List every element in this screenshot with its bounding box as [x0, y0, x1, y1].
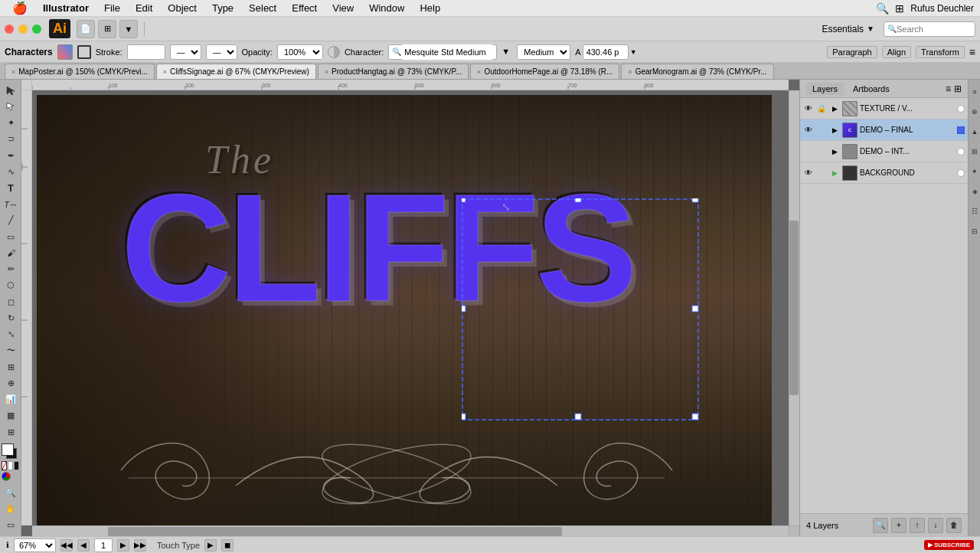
layers-search-btn[interactable]: 🔍 [873, 518, 888, 533]
tab-layers[interactable]: Layers [806, 83, 844, 95]
nav-fwd-btn[interactable]: ▶ [117, 539, 129, 551]
tab-0[interactable]: × MapPoster.ai @ 150% (CMYK/Previ... [5, 64, 155, 79]
layers-collect-in-new-btn[interactable]: ↓ [928, 518, 943, 533]
workspace-dropdown-icon[interactable]: ▼ [867, 25, 874, 33]
hand-tool[interactable]: ✋ [2, 502, 20, 517]
mesh-tool[interactable]: ⊞ [2, 424, 20, 440]
curvature-tool[interactable]: ∿ [2, 164, 20, 179]
search-icon[interactable]: 🔍 [876, 2, 889, 15]
tab-close-2[interactable]: × [325, 68, 328, 76]
rectangle-tool[interactable]: ▭ [2, 229, 20, 244]
nav-back-btn[interactable]: ◀ [77, 539, 90, 551]
subscribe-badge[interactable]: ▶ SUBSCRIBE [924, 540, 974, 550]
minimize-button[interactable] [18, 25, 28, 34]
opacity-select[interactable]: 100% [277, 44, 323, 60]
view-mode-btn[interactable]: ⊞ [98, 20, 116, 38]
font-input[interactable] [401, 44, 493, 60]
scrollbar-thumb-v[interactable] [789, 221, 799, 394]
canvas-area[interactable]: 100 200 300 400 500 600 700 800 [21, 80, 799, 536]
right-tool-6[interactable]: ◈ [969, 182, 980, 201]
layer-expand-0[interactable]: ▶ [829, 103, 840, 114]
mode-play-btn[interactable]: ▶ [204, 539, 217, 551]
right-tool-2[interactable]: ⊕ [969, 103, 980, 121]
touch-type-tool[interactable]: T↔ [2, 197, 20, 212]
menu-view[interactable]: View [326, 1, 360, 15]
layers-panel-expand-icon[interactable]: ⊞ [954, 83, 962, 94]
paragraph-btn[interactable]: Paragraph [827, 46, 877, 58]
menu-effect[interactable]: Effect [286, 1, 323, 15]
layers-make-clipping-mask-btn[interactable]: ↑ [910, 518, 925, 533]
white-swatch[interactable] [8, 461, 13, 470]
zoom-select[interactable]: 67% 100% 150% [14, 538, 56, 552]
menu-type[interactable]: Type [206, 1, 240, 15]
layer-expand-2[interactable]: ▶ [829, 146, 840, 157]
layer-row-background[interactable]: 👁 🔒 ▶ BACKGROUND [800, 162, 968, 184]
font-dropdown-icon[interactable]: ▼ [501, 47, 512, 57]
control-center-icon[interactable]: ⊞ [895, 2, 904, 15]
shape-builder-tool[interactable]: ⊕ [2, 375, 20, 391]
menu-help[interactable]: Help [413, 1, 446, 15]
none-fill[interactable] [2, 461, 7, 470]
pencil-tool[interactable]: ✏ [2, 262, 20, 277]
layer-lock-2[interactable]: 🔒 [816, 146, 827, 157]
color-mode-btn[interactable] [2, 472, 11, 481]
rotate-tool[interactable]: ↻ [2, 310, 20, 326]
right-tool-5[interactable]: ✦ [969, 162, 980, 181]
mode-stop-btn[interactable]: ◼ [221, 539, 234, 551]
line-tool[interactable]: ╱ [2, 213, 20, 228]
magic-wand-tool[interactable]: ✦ [2, 115, 20, 130]
artboard-num-input[interactable] [94, 538, 113, 552]
tab-2[interactable]: × ProductHangtag.ai @ 73% (CMYK/P... [318, 64, 469, 79]
stroke-swatch[interactable] [77, 45, 91, 59]
pen-tool[interactable]: ✒ [2, 148, 20, 163]
stroke-style[interactable]: — [206, 44, 237, 60]
artboard-tool[interactable]: ▭ [2, 518, 20, 533]
menu-edit[interactable]: Edit [129, 1, 158, 15]
shaper-tool[interactable]: ⬡ [2, 278, 20, 293]
fill-swatch[interactable] [2, 443, 14, 456]
graph-tool[interactable]: 📊 [2, 391, 20, 407]
right-tool-7[interactable]: ☷ [969, 202, 980, 221]
zoom-tool[interactable]: 🔍 [2, 485, 20, 500]
font-size-input[interactable] [583, 44, 629, 60]
font-size-dropdown[interactable]: ▼ [630, 48, 637, 56]
selection-tool[interactable] [2, 83, 20, 98]
layer-vis-0[interactable]: 👁 [803, 103, 814, 114]
stroke-options[interactable]: — [170, 44, 201, 60]
layer-row-texture[interactable]: 👁 🔒 ▶ TEXTURE / V... [800, 98, 968, 119]
right-tool-1[interactable]: ≡ [969, 83, 980, 101]
tab-1[interactable]: × CliffsSignage.ai @ 67% (CMYK/Preview) [156, 64, 316, 79]
tab-close-4[interactable]: × [628, 68, 632, 76]
eraser-tool[interactable]: ◻ [2, 294, 20, 309]
layers-delete-btn[interactable]: 🗑 [946, 518, 962, 533]
more-options-icon[interactable]: ≡ [969, 46, 975, 58]
blending-mode-icon[interactable] [328, 46, 340, 58]
layer-expand-1[interactable]: ▶ [829, 125, 840, 136]
menu-select[interactable]: Select [243, 1, 283, 15]
direct-selection-tool[interactable] [2, 99, 20, 114]
scrollbar-vertical[interactable] [789, 90, 799, 525]
layer-expand-3[interactable]: ▶ [829, 168, 840, 178]
layer-vis-2[interactable]: 👁 [803, 146, 814, 157]
search-input[interactable] [897, 25, 965, 34]
close-button[interactable] [5, 25, 14, 34]
resize-handle[interactable]: ⤡ [497, 198, 515, 216]
type-tool[interactable]: T [2, 180, 20, 195]
layer-lock-1[interactable]: 🔒 [816, 125, 827, 136]
menu-window[interactable]: Window [363, 1, 410, 15]
transform-btn[interactable]: Transform [916, 46, 965, 58]
layers-add-sublayer-btn[interactable]: + [891, 518, 906, 533]
nav-next-btn[interactable]: ▶▶ [134, 539, 146, 551]
layer-lock-0[interactable]: 🔒 [816, 103, 827, 114]
menu-illustrator[interactable]: Illustrator [37, 1, 95, 15]
maximize-button[interactable] [32, 25, 41, 34]
scrollbar-horizontal[interactable] [32, 525, 789, 536]
layer-vis-1[interactable]: 👁 [803, 125, 814, 136]
document-setup-btn[interactable]: 📄 [77, 20, 95, 38]
doc-info-icon[interactable]: ℹ [6, 541, 9, 549]
right-tool-4[interactable]: ⊞ [969, 142, 980, 161]
layer-vis-3[interactable]: 👁 [803, 168, 814, 178]
layer-row-demo-final[interactable]: 👁 🔒 ▶ C DEMO – FINAL [800, 119, 968, 141]
free-transform-tool[interactable]: ⊞ [2, 359, 20, 375]
scrollbar-thumb-h[interactable] [108, 527, 562, 536]
